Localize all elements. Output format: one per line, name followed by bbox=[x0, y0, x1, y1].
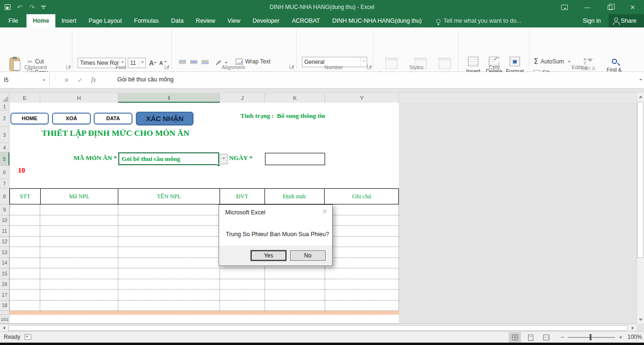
table-cell[interactable] bbox=[40, 204, 118, 215]
table-cell[interactable] bbox=[220, 290, 265, 301]
table-cell[interactable] bbox=[325, 258, 399, 269]
row-header-14[interactable]: 14 bbox=[0, 258, 9, 269]
column-header-h[interactable]: H bbox=[40, 93, 118, 103]
align-middle-button[interactable] bbox=[188, 57, 199, 67]
xac-nhan-button[interactable]: XÁC NHẬN bbox=[136, 112, 194, 125]
tab-insert[interactable]: Insert bbox=[55, 14, 82, 27]
table-cell[interactable] bbox=[265, 268, 325, 279]
tab-page-layout[interactable]: Page Layout bbox=[82, 14, 128, 27]
table-cell[interactable] bbox=[118, 279, 220, 290]
table-cell[interactable] bbox=[118, 268, 220, 279]
table-cell[interactable] bbox=[325, 226, 399, 237]
table-cell[interactable] bbox=[325, 247, 399, 258]
table-cell[interactable] bbox=[9, 237, 40, 248]
macro-record-icon[interactable] bbox=[25, 334, 31, 340]
column-header-e[interactable]: E bbox=[9, 93, 40, 103]
table-cell[interactable] bbox=[325, 268, 399, 279]
restore-button[interactable] bbox=[599, 0, 621, 14]
row-header-1[interactable]: 1 bbox=[0, 103, 9, 110]
font-dialog-launcher[interactable] bbox=[165, 65, 169, 69]
home-button[interactable]: HOME bbox=[10, 113, 49, 124]
number-dialog-launcher[interactable] bbox=[367, 65, 371, 69]
tab-home[interactable]: Home bbox=[26, 14, 55, 27]
row-header-18[interactable]: 18 bbox=[0, 301, 9, 311]
table-header-ghi-chu[interactable]: Ghi chú bbox=[325, 189, 398, 204]
formula-bar-splitter[interactable]: ⋮ bbox=[53, 76, 54, 84]
ribbon-display-options-button[interactable] bbox=[553, 0, 576, 14]
row-header-2[interactable]: 2 bbox=[0, 110, 9, 127]
table-cell[interactable] bbox=[40, 247, 118, 258]
row-header-4[interactable]: 4 bbox=[0, 143, 9, 152]
tab-custom-addin[interactable]: DINH MUC-NHA HANG(dung thu) bbox=[326, 14, 428, 27]
row-header-13[interactable]: 13 bbox=[0, 247, 9, 258]
alignment-dialog-launcher[interactable] bbox=[290, 65, 294, 69]
name-box[interactable]: I5 bbox=[0, 74, 50, 86]
tab-developer[interactable]: Developer bbox=[247, 14, 286, 27]
page-break-view-button[interactable] bbox=[540, 332, 552, 343]
table-cell[interactable] bbox=[118, 301, 220, 311]
formula-bar-value[interactable]: Gỏi bê thui cầu mống bbox=[117, 76, 174, 83]
table-cell[interactable] bbox=[40, 258, 118, 269]
table-cell[interactable] bbox=[220, 279, 265, 290]
zoom-in-button[interactable]: + bbox=[619, 334, 623, 341]
table-cell[interactable] bbox=[118, 290, 220, 301]
table-cell[interactable] bbox=[265, 290, 325, 301]
dish-combo-selection[interactable]: Gỏi bê thui cầu mống bbox=[118, 152, 219, 165]
row-header-15[interactable]: 15 bbox=[0, 268, 9, 279]
zoom-slider-thumb[interactable] bbox=[590, 334, 591, 340]
table-cell[interactable] bbox=[265, 301, 325, 311]
tab-file[interactable]: File bbox=[0, 14, 26, 27]
data-button[interactable]: DATA bbox=[94, 113, 132, 124]
align-top-button[interactable] bbox=[177, 57, 187, 67]
table-cell[interactable] bbox=[325, 215, 399, 226]
scroll-left-button[interactable] bbox=[0, 324, 8, 331]
scroll-right-button[interactable] bbox=[629, 324, 636, 331]
table-cell[interactable] bbox=[118, 204, 220, 215]
table-cell[interactable] bbox=[40, 268, 118, 279]
column-header-k[interactable]: K bbox=[265, 93, 325, 103]
sign-in-link[interactable]: Sign in bbox=[575, 14, 608, 27]
table-cell[interactable] bbox=[118, 215, 220, 226]
zoom-level[interactable]: 100% bbox=[627, 334, 642, 340]
row-header-10[interactable]: 10 bbox=[0, 215, 9, 226]
table-cell[interactable] bbox=[9, 204, 40, 215]
dialog-no-button[interactable]: No bbox=[290, 250, 326, 261]
table-cell[interactable] bbox=[325, 301, 399, 311]
page-layout-view-button[interactable] bbox=[524, 332, 537, 343]
date-input-box[interactable] bbox=[265, 153, 325, 165]
row-header-11[interactable]: 11 bbox=[0, 226, 9, 237]
row-header-8[interactable]: 8 bbox=[0, 188, 9, 204]
column-header-y[interactable]: Y bbox=[325, 93, 399, 103]
number-format-dropdown[interactable] bbox=[360, 57, 367, 67]
table-header-dvt[interactable]: ĐVT bbox=[220, 189, 265, 204]
column-header-i[interactable]: I bbox=[118, 93, 220, 103]
table-header-ma-npl[interactable]: Mã NPL bbox=[41, 189, 119, 204]
table-cell[interactable] bbox=[40, 226, 118, 237]
tab-review[interactable]: Review bbox=[190, 14, 221, 27]
table-cell[interactable] bbox=[40, 215, 118, 226]
table-cell[interactable] bbox=[220, 301, 265, 311]
minimize-button[interactable]: — bbox=[576, 0, 599, 14]
table-cell[interactable] bbox=[118, 247, 220, 258]
row-header-102[interactable]: 102 bbox=[0, 315, 9, 324]
vertical-scroll-thumb[interactable] bbox=[637, 102, 644, 258]
tab-data[interactable]: Data bbox=[165, 14, 189, 27]
table-cell[interactable] bbox=[9, 290, 40, 301]
xoa-button[interactable]: XOÁ bbox=[52, 113, 91, 124]
align-bottom-button[interactable] bbox=[200, 57, 210, 67]
expand-formula-bar-icon[interactable] bbox=[639, 79, 642, 82]
row-102-area[interactable] bbox=[9, 315, 399, 324]
selection-fill-handle[interactable] bbox=[217, 164, 220, 167]
horizontal-scroll-thumb[interactable] bbox=[9, 325, 627, 331]
insert-function-icon[interactable]: fx bbox=[91, 76, 96, 84]
normal-view-button[interactable] bbox=[509, 332, 521, 343]
table-header-dinh-muc[interactable]: Định mức bbox=[265, 189, 325, 204]
table-cell[interactable] bbox=[325, 279, 399, 290]
row-header-16[interactable]: 16 bbox=[0, 279, 9, 290]
increase-font-size-button[interactable]: A bbox=[148, 58, 158, 68]
table-cell[interactable] bbox=[9, 268, 40, 279]
tab-acrobat[interactable]: ACROBAT bbox=[286, 14, 326, 27]
table-cell[interactable] bbox=[9, 226, 40, 237]
row-header-5[interactable]: 5 bbox=[0, 152, 9, 166]
row-header-3[interactable]: 3 bbox=[0, 127, 9, 143]
